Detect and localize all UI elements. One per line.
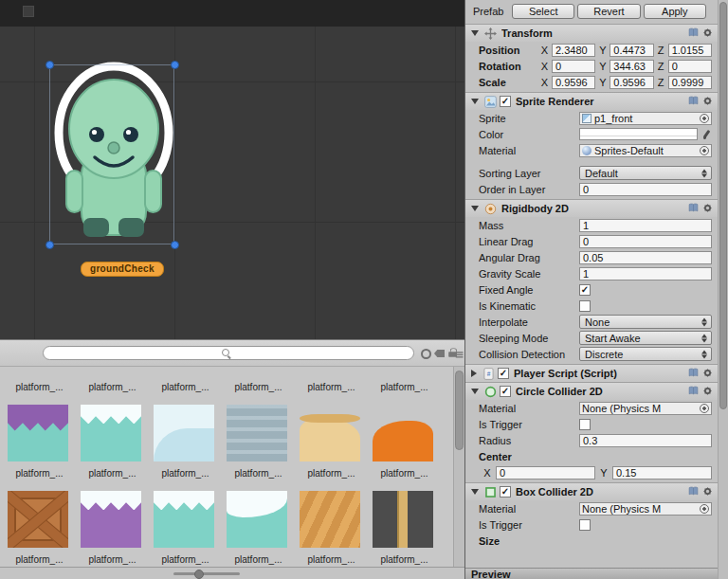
asset-thumb[interactable] bbox=[154, 491, 214, 548]
asset-label[interactable]: platform_... bbox=[3, 554, 76, 567]
scale-z-field[interactable]: 0.9999 bbox=[668, 76, 712, 89]
foldout-icon[interactable] bbox=[471, 489, 479, 495]
gravity-scale-field[interactable]: 1 bbox=[579, 267, 712, 280]
object-picker-icon[interactable] bbox=[700, 504, 709, 514]
bc-is-trigger-checkbox[interactable] bbox=[579, 519, 591, 531]
help-book-icon[interactable] bbox=[688, 27, 699, 40]
search-field[interactable] bbox=[43, 346, 414, 360]
sprite-object-field[interactable]: p1_front bbox=[579, 112, 712, 125]
object-picker-icon[interactable] bbox=[700, 114, 709, 123]
collision-detection-dropdown[interactable]: Discrete bbox=[579, 347, 712, 361]
gear-icon[interactable] bbox=[702, 203, 713, 215]
preview-bar[interactable]: Preview bbox=[465, 568, 728, 579]
asset-thumb[interactable] bbox=[8, 405, 68, 461]
component-enabled-checkbox[interactable] bbox=[498, 368, 509, 379]
asset-label[interactable]: platform_... bbox=[368, 468, 441, 480]
asset-label[interactable]: platform_... bbox=[149, 382, 222, 394]
foldout-icon[interactable] bbox=[471, 370, 477, 377]
selection-handle[interactable] bbox=[46, 241, 54, 249]
asset-label[interactable]: platform_... bbox=[76, 554, 149, 567]
box-collider-header[interactable]: Box Collider 2D bbox=[465, 482, 718, 500]
menu-icon[interactable] bbox=[455, 350, 464, 359]
foldout-icon[interactable] bbox=[471, 99, 479, 104]
circle-collider-header[interactable]: Circle Collider 2D bbox=[465, 382, 718, 400]
object-picker-icon[interactable] bbox=[700, 146, 709, 155]
angular-drag-field[interactable]: 0.05 bbox=[579, 251, 712, 264]
asset-thumb[interactable] bbox=[227, 491, 287, 548]
asset-thumb[interactable] bbox=[300, 491, 360, 548]
thumbnail-size-slider[interactable] bbox=[173, 572, 240, 575]
scrollbar-thumb[interactable] bbox=[455, 371, 464, 450]
scale-y-field[interactable]: 0.9596 bbox=[610, 76, 653, 89]
cc-center-x-field[interactable]: 0 bbox=[496, 466, 595, 479]
gear-icon[interactable] bbox=[702, 386, 713, 398]
is-kinematic-checkbox[interactable] bbox=[579, 300, 591, 312]
order-in-layer-field[interactable]: 0 bbox=[579, 183, 712, 196]
rigidbody-header[interactable]: Rigidbody 2D bbox=[465, 199, 718, 217]
asset-label[interactable]: platform_... bbox=[149, 554, 222, 567]
prefab-apply-button[interactable]: Apply bbox=[644, 4, 706, 19]
rotation-z-field[interactable]: 0 bbox=[668, 60, 712, 73]
asset-label[interactable]: platform_... bbox=[368, 554, 441, 567]
gear-icon[interactable] bbox=[702, 368, 713, 380]
rotation-x-field[interactable]: 0 bbox=[552, 60, 595, 73]
foldout-icon[interactable] bbox=[471, 30, 479, 36]
interpolate-dropdown[interactable]: None bbox=[579, 315, 712, 329]
component-enabled-checkbox[interactable] bbox=[500, 486, 511, 498]
gear-icon[interactable] bbox=[702, 486, 713, 498]
scale-x-field[interactable]: 0.9596 bbox=[552, 76, 595, 89]
inspector-scrollbar[interactable] bbox=[718, 0, 728, 579]
component-enabled-checkbox[interactable] bbox=[500, 96, 511, 107]
asset-label[interactable]: platform_... bbox=[295, 468, 368, 480]
sorting-layer-dropdown[interactable]: Default bbox=[579, 166, 712, 180]
scene-view[interactable]: groundCheck bbox=[0, 0, 464, 339]
eyedropper-icon[interactable] bbox=[701, 127, 712, 141]
color-swatch[interactable] bbox=[579, 128, 698, 140]
foldout-icon[interactable] bbox=[471, 389, 479, 394]
project-scrollbar[interactable] bbox=[453, 367, 464, 568]
selection-handle[interactable] bbox=[171, 61, 179, 69]
asset-thumb[interactable] bbox=[81, 405, 141, 461]
bc-material-object-field[interactable]: None (Physics M bbox=[579, 502, 712, 516]
cc-radius-field[interactable]: 0.3 bbox=[579, 434, 712, 447]
asset-thumb[interactable] bbox=[373, 491, 433, 548]
cc-center-y-field[interactable]: 0.15 bbox=[612, 466, 712, 479]
fixed-angle-checkbox[interactable] bbox=[579, 284, 591, 296]
asset-label[interactable]: platform_... bbox=[149, 468, 222, 480]
cc-material-object-field[interactable]: None (Physics M bbox=[579, 402, 712, 415]
prefab-revert-button[interactable]: Revert bbox=[577, 4, 640, 19]
selection-handle[interactable] bbox=[171, 241, 179, 249]
linear-drag-field[interactable]: 0 bbox=[579, 235, 712, 248]
slider-knob[interactable] bbox=[194, 570, 204, 579]
asset-thumb[interactable] bbox=[300, 405, 360, 461]
asset-label[interactable]: platform_... bbox=[3, 468, 76, 480]
help-book-icon[interactable] bbox=[688, 486, 699, 498]
sprite-renderer-header[interactable]: Sprite Renderer bbox=[465, 92, 718, 110]
foldout-icon[interactable] bbox=[471, 206, 479, 211]
transform-header[interactable]: Transform bbox=[465, 24, 718, 42]
asset-label[interactable]: platform_... bbox=[295, 382, 368, 394]
position-y-field[interactable]: 0.4473 bbox=[610, 44, 653, 57]
mass-field[interactable]: 1 bbox=[579, 219, 712, 232]
asset-label[interactable]: platform_... bbox=[222, 382, 295, 394]
rotation-y-field[interactable]: 344.63 bbox=[610, 60, 653, 73]
help-book-icon[interactable] bbox=[688, 203, 699, 215]
search-input[interactable] bbox=[44, 347, 413, 359]
gear-icon[interactable] bbox=[702, 96, 713, 108]
selection-handle[interactable] bbox=[46, 61, 54, 69]
scrollbar-thumb[interactable] bbox=[719, 2, 727, 409]
asset-label[interactable]: platform_... bbox=[222, 554, 295, 567]
asset-label[interactable]: platform_... bbox=[368, 382, 441, 394]
asset-thumb[interactable] bbox=[81, 491, 141, 548]
asset-thumb[interactable] bbox=[8, 491, 68, 548]
asset-label[interactable]: platform_... bbox=[3, 382, 76, 394]
asset-thumb[interactable] bbox=[373, 405, 433, 461]
sprocket-icon[interactable] bbox=[419, 347, 432, 360]
asset-label[interactable]: platform_... bbox=[222, 468, 295, 480]
asset-thumb[interactable] bbox=[154, 405, 214, 461]
help-book-icon[interactable] bbox=[688, 386, 699, 398]
ground-check-label[interactable]: groundCheck bbox=[81, 262, 164, 277]
sleeping-mode-dropdown[interactable]: Start Awake bbox=[579, 331, 712, 345]
asset-label[interactable]: platform_... bbox=[295, 554, 368, 567]
position-z-field[interactable]: 1.0155 bbox=[668, 44, 712, 57]
